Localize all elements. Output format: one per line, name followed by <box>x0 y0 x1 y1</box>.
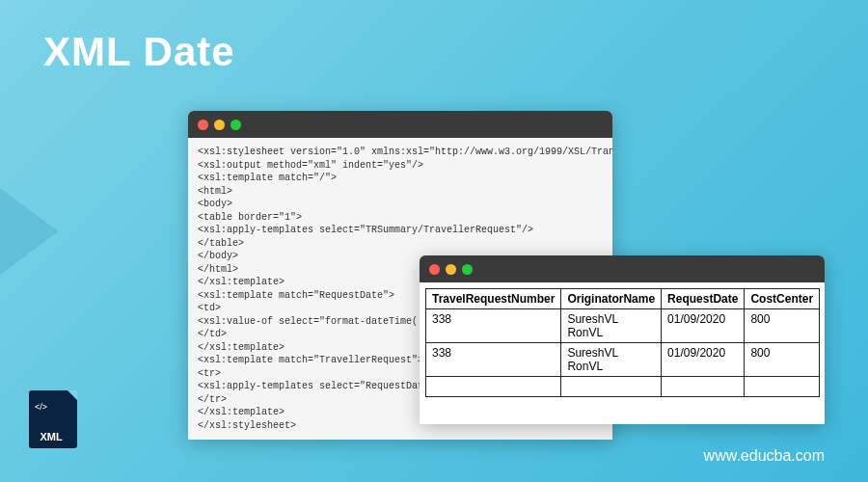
maximize-icon[interactable] <box>231 120 241 130</box>
minimize-icon[interactable] <box>446 264 456 275</box>
table-row: 338SureshVLRonVL01/09/2020800 <box>426 343 820 377</box>
table-header: RequestDate <box>662 289 745 309</box>
xml-file-icon: </> XML <box>29 390 82 453</box>
xml-icon-code: </> <box>35 402 47 412</box>
table-cell: 800 <box>745 309 820 343</box>
table-row: 338SureshVLRonVL01/09/2020800 <box>426 309 820 343</box>
table-cell <box>662 377 745 397</box>
window-titlebar <box>420 255 825 282</box>
footer-url: www.educba.com <box>704 447 825 465</box>
table-header: TravelRequestNumber <box>426 289 561 309</box>
table-row <box>426 377 820 397</box>
table-cell: SureshVLRonVL <box>561 309 662 343</box>
table-content: TravelRequestNumberOriginatorNameRequest… <box>420 282 825 424</box>
close-icon[interactable] <box>429 264 440 275</box>
window-titlebar <box>188 111 612 138</box>
close-icon[interactable] <box>198 120 208 130</box>
table-cell: 01/09/2020 <box>662 309 745 343</box>
table-cell: 800 <box>745 343 820 377</box>
maximize-icon[interactable] <box>462 264 473 275</box>
table-header: CostCenter <box>745 289 820 309</box>
table-cell <box>745 377 820 397</box>
data-table: TravelRequestNumberOriginatorNameRequest… <box>425 288 820 397</box>
table-cell: 01/09/2020 <box>662 343 745 377</box>
table-cell <box>561 377 662 397</box>
xml-icon-label: XML <box>29 431 73 442</box>
table-header: OriginatorName <box>561 289 662 309</box>
page-title: XML Date <box>43 29 235 75</box>
table-cell <box>426 377 561 397</box>
table-window: TravelRequestNumberOriginatorNameRequest… <box>420 255 825 424</box>
minimize-icon[interactable] <box>214 120 225 130</box>
table-cell: 338 <box>426 309 561 343</box>
table-cell: 338 <box>426 343 561 377</box>
background-arrow-decoration <box>0 135 154 328</box>
table-cell: SureshVLRonVL <box>561 343 662 377</box>
